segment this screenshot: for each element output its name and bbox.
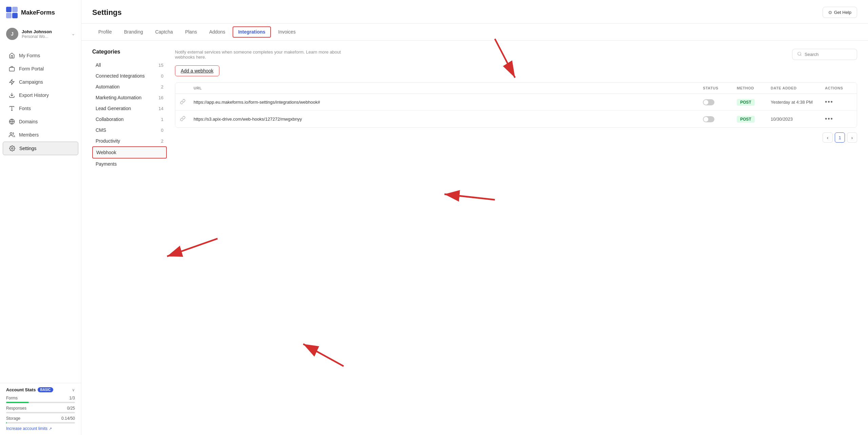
users-icon <box>9 132 15 138</box>
category-cms[interactable]: CMS 0 <box>92 125 167 136</box>
svg-rect-4 <box>9 67 15 71</box>
page-title: Settings <box>92 8 122 17</box>
pagination: ‹ 1 › <box>175 128 857 143</box>
font-icon <box>9 105 15 111</box>
category-automation[interactable]: Automation 2 <box>92 81 167 92</box>
sidebar-item-label: Fonts <box>19 106 31 111</box>
svg-point-13 <box>798 52 801 55</box>
sidebar-item-form-portal[interactable]: Form Portal <box>3 62 78 75</box>
tab-integrations[interactable]: Integrations <box>233 26 271 38</box>
account-stats-label: Account Stats <box>6 387 36 392</box>
logo-area: MakeForms <box>0 0 81 24</box>
settings-tabs: Profile Branding Captcha Plans Addons In… <box>81 24 868 41</box>
tab-plans[interactable]: Plans <box>179 24 203 41</box>
sidebar: MakeForms J John Johnson Personal Wo... … <box>0 0 81 435</box>
search-icon <box>797 51 802 57</box>
stat-storage: Storage 0.14/50 <box>6 416 75 423</box>
svg-rect-0 <box>6 7 12 12</box>
webhook-url-2: https://s3.apix-drive.com/web-hooks/1272… <box>194 117 703 122</box>
sidebar-item-campaigns[interactable]: Campaigns <box>3 76 78 88</box>
stat-responses: Responses 0/25 <box>6 406 75 413</box>
sidebar-item-label: Form Portal <box>19 66 44 71</box>
method-badge-1: POST <box>737 99 771 106</box>
increase-limits-link[interactable]: Increase account limits ↗ <box>6 426 75 431</box>
integrations-panel: Notify external services when someone co… <box>175 49 857 169</box>
svg-rect-2 <box>6 13 12 18</box>
stat-forms: Forms 1/3 <box>6 396 75 403</box>
method-badge-2: POST <box>737 116 771 123</box>
app-name: MakeForms <box>21 9 55 16</box>
category-webhook[interactable]: Webhook <box>92 146 167 159</box>
prev-page-button[interactable]: ‹ <box>823 132 833 143</box>
category-connected[interactable]: Connected Integrations 0 <box>92 70 167 81</box>
chevron-down-icon[interactable]: ∨ <box>72 388 75 392</box>
toggle-2[interactable] <box>703 116 737 122</box>
tab-captcha[interactable]: Captcha <box>149 24 179 41</box>
sidebar-item-settings[interactable]: Settings <box>3 142 78 155</box>
next-page-button[interactable]: › <box>847 132 857 143</box>
settings-icon <box>9 145 15 151</box>
table-col-date: DATE ADDED <box>771 86 825 90</box>
sidebar-item-label: Export History <box>19 92 49 98</box>
basic-badge: BASIC <box>38 387 53 392</box>
settings-content: Categories All 15 Connected Integrations… <box>81 41 868 178</box>
categories-title: Categories <box>92 49 167 55</box>
zap-icon <box>9 79 15 85</box>
svg-point-11 <box>10 132 12 134</box>
main-area: Settings ⊙ Get Help Profile Branding Cap… <box>81 0 868 435</box>
user-profile-area[interactable]: J John Johnson Personal Wo... ⌄ <box>0 24 81 46</box>
svg-rect-3 <box>12 13 18 18</box>
webhook-table: URL STATUS METHOD DATE ADDED ACTIONS htt… <box>175 82 857 128</box>
table-row: https://s3.apix-drive.com/web-hooks/1272… <box>175 111 857 127</box>
user-name: John Johnson <box>22 29 68 34</box>
svg-line-14 <box>801 55 802 56</box>
add-webhook-button[interactable]: Add a webhook <box>175 65 219 76</box>
table-col-method: METHOD <box>737 86 771 90</box>
table-row: https://app.eu.makeforms.io/form-setting… <box>175 94 857 111</box>
page-1-button[interactable]: 1 <box>835 132 845 143</box>
sidebar-item-domains[interactable]: Domains <box>3 115 78 128</box>
sidebar-item-label: Settings <box>19 146 37 151</box>
makeforms-logo-icon <box>6 7 18 18</box>
home-icon <box>9 53 15 59</box>
category-productivity[interactable]: Productivity 2 <box>92 136 167 146</box>
tab-profile[interactable]: Profile <box>92 24 118 41</box>
category-marketing-automation[interactable]: Marketing Automation 16 <box>92 92 167 103</box>
sidebar-item-my-forms[interactable]: My Forms <box>3 49 78 62</box>
add-webhook-row: Add a webhook <box>175 65 857 76</box>
get-help-button[interactable]: ⊙ Get Help <box>823 7 857 18</box>
actions-menu-2[interactable]: ••• <box>825 116 852 123</box>
svg-rect-1 <box>12 7 18 12</box>
search-box[interactable] <box>792 49 857 60</box>
sidebar-item-fonts[interactable]: Fonts <box>3 102 78 115</box>
date-1: Yesterday at 4:38 PM <box>771 100 825 105</box>
sidebar-item-label: Domains <box>19 119 38 124</box>
tab-addons[interactable]: Addons <box>203 24 231 41</box>
category-collaboration[interactable]: Collaboration 1 <box>92 114 167 125</box>
table-col-status: STATUS <box>703 86 737 90</box>
svg-marker-5 <box>9 80 14 85</box>
sidebar-item-members[interactable]: Members <box>3 128 78 141</box>
link-icon <box>180 99 194 106</box>
page-header: Settings ⊙ Get Help <box>81 0 868 24</box>
layers-icon <box>9 66 15 72</box>
tab-branding[interactable]: Branding <box>118 24 149 41</box>
actions-menu-1[interactable]: ••• <box>825 99 852 106</box>
category-payments[interactable]: Payments <box>92 159 167 169</box>
categories-panel: Categories All 15 Connected Integrations… <box>92 49 167 169</box>
category-all[interactable]: All 15 <box>92 60 167 70</box>
search-input[interactable] <box>805 52 852 57</box>
avatar: J <box>6 28 18 40</box>
integrations-top-bar: Notify external services when someone co… <box>175 49 857 60</box>
category-lead-generation[interactable]: Lead Generation 14 <box>92 103 167 114</box>
user-workspace: Personal Wo... <box>22 34 68 39</box>
date-2: 10/30/2023 <box>771 117 825 122</box>
tab-invoices[interactable]: Invoices <box>272 24 302 41</box>
svg-point-12 <box>12 148 13 149</box>
toggle-1[interactable] <box>703 99 737 105</box>
sidebar-nav: My Forms Form Portal Campaigns Export Hi… <box>0 46 81 383</box>
table-col-url: URL <box>194 86 703 90</box>
sidebar-item-label: My Forms <box>19 53 40 58</box>
table-col-icon <box>180 86 194 90</box>
sidebar-item-export-history[interactable]: Export History <box>3 89 78 102</box>
